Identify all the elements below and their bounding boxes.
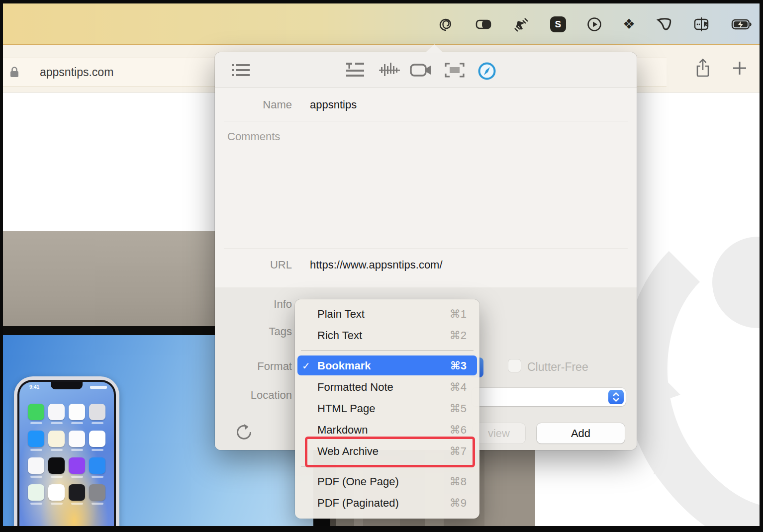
calendar-app-icon xyxy=(48,404,65,424)
name-label: Name xyxy=(215,98,292,111)
url-label: URL xyxy=(215,259,292,271)
iphone-screen: 9:41 xyxy=(17,380,116,526)
iphone-image: 9:41 xyxy=(14,376,119,526)
window-switcher-icon[interactable] xyxy=(693,16,711,32)
checkmark-icon: ✓ xyxy=(295,360,317,372)
menu-bar-status-icons: S ❖ xyxy=(438,3,753,45)
tv-app-icon xyxy=(48,457,65,478)
window-border xyxy=(0,0,3,532)
notes-app-icon xyxy=(48,431,65,451)
mail-app-icon xyxy=(28,431,44,451)
spiral-clipper-icon[interactable] xyxy=(438,16,454,32)
health-app-icon xyxy=(48,484,65,505)
wallet-app-icon xyxy=(69,484,85,505)
settings-app-icon xyxy=(89,484,105,505)
diamonds-icon[interactable]: ❖ xyxy=(623,17,635,31)
camera-app-icon xyxy=(89,404,105,424)
clipper-toolbar xyxy=(215,52,637,88)
name-value[interactable]: appsntips xyxy=(310,98,357,111)
audio-waveform-icon[interactable] xyxy=(379,62,400,81)
clutter-free-label: Clutter-Free xyxy=(527,360,588,374)
photos-app-icon xyxy=(69,404,85,424)
address-text: appsntips.com xyxy=(40,66,113,79)
comments-field[interactable] xyxy=(227,147,624,246)
screenshot-root: S ❖ appsntips.com xyxy=(0,0,763,532)
menu-separator xyxy=(301,350,474,351)
facetime-app-icon xyxy=(28,404,44,424)
screenshot-crop-icon[interactable] xyxy=(513,16,530,33)
reminders-app-icon xyxy=(69,431,85,451)
s-app-icon[interactable]: S xyxy=(550,16,566,32)
menu-item-formatted-note[interactable]: Formatted Note ⌘4 xyxy=(295,376,479,398)
lock-icon xyxy=(9,66,20,79)
news-app-icon xyxy=(28,457,44,478)
app-store-app-icon xyxy=(89,457,105,478)
screen-capture-icon[interactable] xyxy=(445,62,465,81)
preview-button[interactable]: view xyxy=(473,423,525,443)
menu-item-bookmark[interactable]: ✓ Bookmark ⌘3 xyxy=(295,355,479,376)
iphone-status-time: 9:41 xyxy=(29,384,39,390)
tags-label: Tags xyxy=(215,325,292,338)
menu-item-plain-text[interactable]: Plain Text ⌘1 xyxy=(295,303,479,325)
maps-app-icon xyxy=(28,484,44,505)
list-icon[interactable] xyxy=(231,62,251,81)
menu-item-html-page[interactable]: HTML Page ⌘5 xyxy=(295,398,479,419)
format-menu: Plain Text ⌘1 Rich Text ⌘2 ✓ Bookmark ⌘3… xyxy=(295,299,479,519)
format-label: Format xyxy=(215,360,292,373)
divider xyxy=(224,121,628,121)
new-tab-icon[interactable] xyxy=(731,60,748,79)
popover-arrow xyxy=(425,44,443,53)
divider xyxy=(224,249,628,249)
compass-icon[interactable] xyxy=(477,62,496,83)
annotation-highlight-box xyxy=(305,437,475,467)
location-label: Location xyxy=(215,389,292,402)
location-select[interactable] xyxy=(472,388,626,406)
battery-charging-icon xyxy=(731,16,753,32)
text-note-icon[interactable] xyxy=(345,62,365,81)
play-circle-icon[interactable] xyxy=(586,16,602,32)
window-border xyxy=(760,0,763,532)
comments-label: Comments xyxy=(227,130,280,143)
clock-app-icon xyxy=(89,431,105,451)
iphone-notch xyxy=(51,382,83,389)
window-border xyxy=(0,526,763,532)
menu-item-pdf-one-page[interactable]: PDF (One Page) ⌘8 xyxy=(295,471,479,492)
podcasts-app-icon xyxy=(69,457,85,478)
iphone-status-icons xyxy=(90,386,107,389)
info-label: Info xyxy=(215,298,292,311)
menu-item-pdf-paginated[interactable]: PDF (Paginated) ⌘9 xyxy=(295,492,479,514)
s-app-glyph: S xyxy=(555,19,562,30)
toolbar-actions xyxy=(694,52,748,87)
reload-icon[interactable] xyxy=(235,423,254,444)
clutter-free-checkbox[interactable] xyxy=(508,359,521,372)
share-icon[interactable] xyxy=(694,58,711,80)
display-toggle-icon[interactable] xyxy=(475,16,492,32)
phone-app-grid xyxy=(26,404,107,505)
video-camera-icon[interactable] xyxy=(410,62,432,81)
select-stepper-icon xyxy=(608,390,624,404)
window-border xyxy=(0,0,763,3)
add-button[interactable]: Add xyxy=(537,423,625,443)
fin-shape-icon[interactable] xyxy=(656,16,672,32)
url-value[interactable]: https://www.appsntips.com/ xyxy=(310,259,443,271)
menu-item-rich-text[interactable]: Rich Text ⌘2 xyxy=(295,325,479,346)
